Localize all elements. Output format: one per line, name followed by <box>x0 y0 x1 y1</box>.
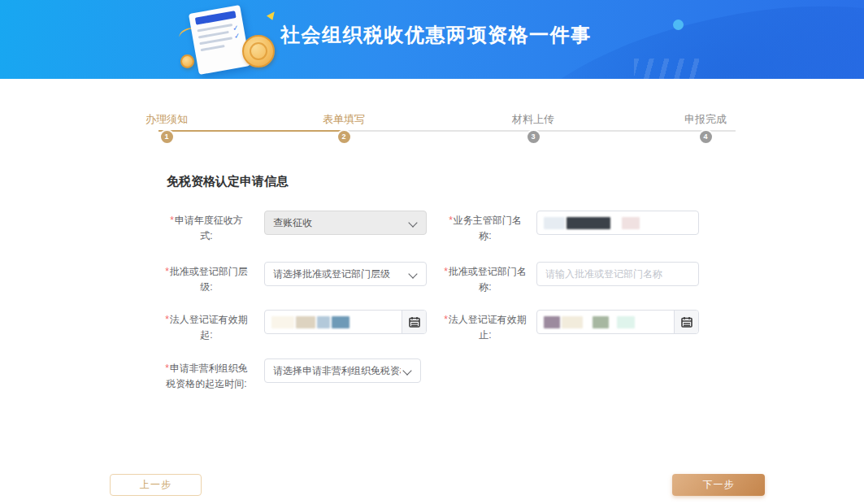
exempt-period-placeholder: 请选择申请非营利组织免税资格的起讫 <box>265 364 401 378</box>
chevron-down-icon <box>406 263 426 285</box>
approve-dept-name-field <box>536 262 699 286</box>
approve-dept-name-label: *批准或登记部门名 称: <box>441 264 530 295</box>
document-icon: ✓✓ <box>189 5 250 75</box>
cert-valid-from-label: *法人登记证有效期 起: <box>161 312 252 343</box>
chevron-down-icon <box>401 359 420 382</box>
form-row: *批准或登记部门层 级: 请选择批准或登记部门层级 *批准或登记部门名 称: <box>0 262 864 289</box>
form-row: *申请非营利组织免 税资格的起迄时间: 请选择申请非营利组织免税资格的起讫 <box>0 358 864 386</box>
step-label: 办理须知 <box>130 112 203 127</box>
required-asterisk: * <box>165 363 169 374</box>
document-coins-illustration: ✓✓ <box>171 4 284 77</box>
exempt-period-select[interactable]: 请选择申请非营利组织免税资格的起讫 <box>264 358 421 383</box>
required-asterisk: * <box>170 215 174 226</box>
levy-method-select[interactable]: 查账征收 <box>264 211 427 235</box>
form-row: *法人登记证有效期 起: *法人登记证有效期 止: <box>0 310 864 337</box>
next-step-button[interactable]: 下一步 <box>672 474 765 496</box>
cert-valid-to-datepicker[interactable] <box>536 310 699 334</box>
banner-dot-decoration <box>673 20 684 30</box>
required-asterisk: * <box>444 314 448 325</box>
page-title: 社会组织税收优惠两项资格一件事 <box>280 22 592 48</box>
required-asterisk: * <box>165 314 169 325</box>
chevron-down-icon <box>406 211 426 234</box>
exempt-period-label: *申请非营利组织免 税资格的起迄时间: <box>161 361 252 392</box>
calendar-icon[interactable] <box>402 311 426 333</box>
step-declaration-done: 申报完成 4 <box>669 112 742 143</box>
step-number-badge: 3 <box>528 131 540 143</box>
redacted-value <box>537 217 698 229</box>
coin-icon <box>242 35 275 67</box>
step-notice: 办理须知 1 <box>130 112 203 143</box>
required-asterisk: * <box>165 266 169 277</box>
approve-dept-level-placeholder: 请选择批准或登记部门层级 <box>265 267 406 281</box>
step-form-fill: 表单填写 2 <box>307 112 380 143</box>
cert-valid-to-label: *法人登记证有效期 止: <box>441 312 530 343</box>
header-banner: ✓✓ 社会组织税收优惠两项资格一件事 <box>0 0 864 79</box>
previous-step-button[interactable]: 上一步 <box>110 474 202 496</box>
form-section-title: 免税资格认定申请信息 <box>167 174 289 189</box>
form-row: *申请年度征收方 式: 查账征收 *业务主管部门名 称: <box>0 211 864 238</box>
step-number-badge: 2 <box>338 131 350 143</box>
step-number-badge: 4 <box>700 131 712 143</box>
redacted-value <box>265 316 402 328</box>
supervisor-dept-label: *业务主管部门名 称: <box>441 213 530 244</box>
step-label: 材料上传 <box>497 112 570 127</box>
page: ✓✓ 社会组织税收优惠两项资格一件事 办理须知 1 表单填写 2 材料上传 3 … <box>0 0 864 504</box>
step-label: 申报完成 <box>669 112 742 127</box>
approve-dept-name-input[interactable] <box>537 263 698 285</box>
required-asterisk: * <box>444 266 448 277</box>
step-material-upload: 材料上传 3 <box>497 112 570 143</box>
redacted-value <box>537 316 674 328</box>
approve-dept-level-select[interactable]: 请选择批准或登记部门层级 <box>264 262 427 286</box>
step-label: 表单填写 <box>307 112 380 127</box>
cert-valid-from-datepicker[interactable] <box>264 310 427 334</box>
banner-stripes-decoration <box>634 59 699 79</box>
required-asterisk: * <box>449 215 453 226</box>
calendar-icon[interactable] <box>674 311 698 333</box>
supervisor-dept-input[interactable] <box>536 211 699 235</box>
step-number-badge: 1 <box>161 131 173 143</box>
levy-method-value: 查账征收 <box>265 216 406 230</box>
levy-method-label: *申请年度征收方 式: <box>161 213 252 244</box>
spark-icon <box>267 9 277 20</box>
coin-small-icon <box>180 54 194 68</box>
approve-dept-level-label: *批准或登记部门层 级: <box>161 264 252 295</box>
